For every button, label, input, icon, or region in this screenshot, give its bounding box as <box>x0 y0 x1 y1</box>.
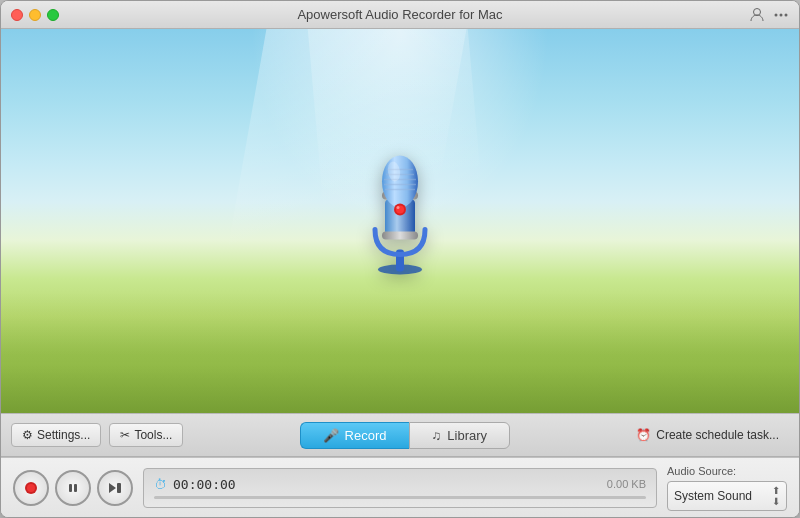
user-icon[interactable] <box>749 7 765 23</box>
menu-icon[interactable] <box>773 7 789 23</box>
file-size-display: 0.00 KB <box>607 478 646 490</box>
bottom-bar: ⏱ 00:00:00 0.00 KB Audio Source: System … <box>1 457 799 517</box>
svg-point-2 <box>780 13 783 16</box>
audio-source-label: Audio Source: <box>667 465 787 477</box>
microphone-image <box>350 150 450 280</box>
close-button[interactable] <box>11 9 23 21</box>
music-tab-icon: ♫ <box>432 428 442 443</box>
settings-label: Settings... <box>37 428 90 442</box>
gear-icon: ⚙ <box>22 428 33 442</box>
pause-button[interactable] <box>55 470 91 506</box>
schedule-icon: ⏰ <box>636 428 651 442</box>
svg-marker-23 <box>109 483 116 493</box>
svg-point-1 <box>775 13 778 16</box>
play-skip-button[interactable] <box>97 470 133 506</box>
window-title: Apowersoft Audio Recorder for Mac <box>297 7 502 22</box>
select-arrow-icon: ⬆⬇ <box>772 485 780 507</box>
progress-bar <box>154 496 646 499</box>
schedule-button[interactable]: ⏰ Create schedule task... <box>626 424 789 446</box>
app-window: Apowersoft Audio Recorder for Mac <box>0 0 800 518</box>
record-tab[interactable]: 🎤 Record <box>300 422 409 449</box>
minimize-button[interactable] <box>29 9 41 21</box>
playback-controls <box>13 470 133 506</box>
svg-rect-24 <box>117 483 121 493</box>
audio-source-select[interactable]: System Sound ⬆⬇ <box>667 481 787 511</box>
svg-point-3 <box>785 13 788 16</box>
tab-group: 🎤 Record ♫ Library <box>191 422 618 449</box>
schedule-label: Create schedule task... <box>656 428 779 442</box>
svg-point-17 <box>397 206 400 209</box>
settings-button[interactable]: ⚙ Settings... <box>11 423 101 447</box>
timer-display: 00:00:00 <box>173 477 236 492</box>
svg-point-20 <box>27 484 35 492</box>
background-scene <box>1 29 799 413</box>
scissors-icon: ✂ <box>120 428 130 442</box>
library-tab-label: Library <box>447 428 487 443</box>
mic-tab-icon: 🎤 <box>323 428 339 443</box>
record-button[interactable] <box>13 470 49 506</box>
library-tab[interactable]: ♫ Library <box>409 422 511 449</box>
svg-rect-21 <box>69 484 72 492</box>
clock-icon: ⏱ <box>154 477 167 492</box>
maximize-button[interactable] <box>47 9 59 21</box>
toolbar-right: ⏰ Create schedule task... <box>626 424 789 446</box>
title-bar-right <box>749 7 789 23</box>
timer-row: ⏱ 00:00:00 0.00 KB <box>154 477 646 492</box>
main-content <box>1 29 799 413</box>
title-bar: Apowersoft Audio Recorder for Mac <box>1 1 799 29</box>
record-tab-label: Record <box>345 428 387 443</box>
svg-rect-22 <box>74 484 77 492</box>
tools-label: Tools... <box>134 428 172 442</box>
svg-point-0 <box>754 8 761 15</box>
toolbar: ⚙ Settings... ✂ Tools... 🎤 Record ♫ Libr… <box>1 413 799 457</box>
svg-point-9 <box>382 156 418 208</box>
progress-area: ⏱ 00:00:00 0.00 KB <box>143 468 657 508</box>
svg-rect-7 <box>382 232 418 240</box>
audio-source-panel: Audio Source: System Sound ⬆⬇ <box>667 465 787 511</box>
grass-overlay <box>1 293 799 413</box>
audio-source-value: System Sound <box>674 489 752 503</box>
traffic-lights <box>11 9 59 21</box>
tools-button[interactable]: ✂ Tools... <box>109 423 183 447</box>
